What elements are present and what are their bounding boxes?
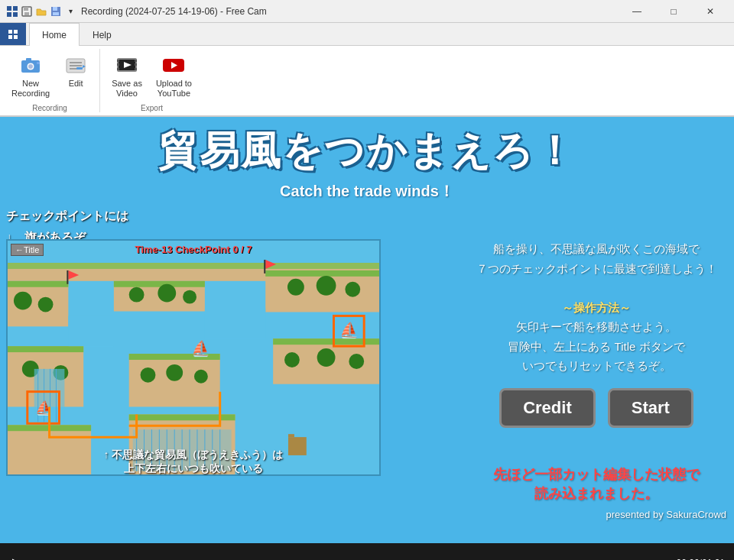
save-as-video-label: Save asVideo bbox=[112, 79, 142, 99]
recording-buttons: NewRecording Edit bbox=[6, 49, 93, 102]
svg-rect-0 bbox=[7, 6, 11, 11]
edit-line2: 読み込まれました。 bbox=[534, 486, 658, 501]
new-recording-button[interactable]: NewRecording bbox=[6, 49, 55, 102]
svg-point-61 bbox=[166, 364, 183, 381]
app-menu-button[interactable] bbox=[0, 23, 26, 45]
map-svg: ⛵ ⛵ ⛵ bbox=[8, 241, 379, 474]
maximize-button[interactable]: □ bbox=[656, 0, 691, 23]
ribbon-group-recording: NewRecording Edit bbox=[0, 49, 100, 112]
svg-rect-17 bbox=[26, 58, 31, 61]
svg-rect-90 bbox=[68, 316, 114, 347]
svg-rect-98 bbox=[288, 435, 294, 438]
svg-point-66 bbox=[317, 348, 336, 367]
recording-group-label: Recording bbox=[6, 102, 93, 112]
folder-icon[interactable] bbox=[35, 5, 47, 18]
game-title: 貿易風をつかまえろ！ bbox=[0, 117, 734, 178]
credit-button[interactable]: Credit bbox=[499, 388, 596, 428]
svg-rect-8 bbox=[53, 7, 57, 11]
new-recording-label: NewRecording bbox=[11, 79, 50, 99]
wind-text2: 上下左右にいつも吹いている bbox=[124, 462, 263, 474]
window-controls: — □ ✕ bbox=[619, 0, 728, 23]
svg-point-65 bbox=[284, 352, 300, 367]
right-panel: 船を操り、不思議な風が吹くこの海域で ７つのチェックポイントに最速で到達しよう！… bbox=[466, 239, 726, 428]
svg-rect-11 bbox=[14, 30, 18, 34]
operation-text2: 冒険中、左上にある Title ボタンで bbox=[466, 337, 726, 357]
svg-point-46 bbox=[129, 287, 145, 303]
svg-rect-1 bbox=[13, 6, 18, 11]
svg-rect-18 bbox=[37, 62, 40, 64]
wind-text1: 不思議な貿易風（ぼうえきふう）は bbox=[112, 448, 283, 461]
svg-point-47 bbox=[158, 284, 176, 303]
svg-rect-3 bbox=[13, 12, 18, 17]
export-buttons: Save asVideo Upload toYouTube bbox=[106, 49, 197, 102]
svg-rect-30 bbox=[135, 60, 137, 62]
wind-arrow: ↑ bbox=[104, 448, 109, 461]
edit-icon bbox=[63, 53, 88, 77]
svg-rect-100 bbox=[67, 270, 68, 284]
svg-point-67 bbox=[349, 354, 364, 369]
save-icon[interactable] bbox=[21, 5, 33, 18]
floppy-icon[interactable] bbox=[50, 5, 62, 18]
game-map: ←Title Time-13 CheckPoint 0 / 7 bbox=[6, 239, 381, 476]
svg-rect-45 bbox=[114, 281, 205, 287]
upload-youtube-label: Upload toYouTube bbox=[156, 79, 192, 99]
tab-help[interactable]: Help bbox=[80, 23, 125, 46]
save-as-video-button[interactable]: Save asVideo bbox=[106, 49, 148, 102]
tab-home[interactable]: Home bbox=[29, 23, 80, 46]
svg-point-48 bbox=[183, 290, 196, 304]
film-icon bbox=[115, 53, 139, 77]
title-bar-icons: ▾ bbox=[6, 5, 76, 18]
pin-icon[interactable]: ▾ bbox=[64, 5, 76, 18]
window-title: Recording (2024-07-25 14-19-06) - Free C… bbox=[81, 6, 267, 17]
close-button[interactable]: ✕ bbox=[693, 0, 728, 23]
svg-rect-32 bbox=[135, 68, 137, 70]
map-timer: Time-13 CheckPoint 0 / 7 bbox=[8, 244, 379, 255]
camera-icon bbox=[18, 53, 43, 77]
svg-rect-39 bbox=[8, 263, 379, 269]
svg-rect-9 bbox=[53, 12, 59, 15]
svg-point-51 bbox=[287, 279, 304, 296]
ribbon-content: NewRecording Edit bbox=[0, 46, 734, 116]
svg-point-53 bbox=[345, 282, 360, 297]
svg-rect-2 bbox=[7, 12, 11, 17]
sakura-credit: presented by SakuraCrowd bbox=[606, 509, 726, 520]
edit-button[interactable]: Edit bbox=[58, 49, 93, 92]
operation-text3: いつでもリセットできるぞ。 bbox=[466, 356, 726, 376]
start-button[interactable]: Start bbox=[608, 388, 693, 428]
svg-rect-12 bbox=[8, 35, 12, 39]
upload-youtube-button[interactable]: Upload toYouTube bbox=[151, 49, 197, 102]
youtube-icon bbox=[161, 53, 186, 77]
svg-point-42 bbox=[14, 292, 32, 310]
svg-text:⛵: ⛵ bbox=[191, 339, 210, 358]
operation-title: ～操作方法～ bbox=[466, 298, 726, 318]
svg-rect-28 bbox=[117, 63, 119, 66]
svg-rect-27 bbox=[117, 60, 119, 62]
svg-rect-41 bbox=[8, 281, 68, 287]
edit-annotation: 先ほど一部カット編集した状態で 読み込まれました。 bbox=[466, 465, 726, 503]
right-text2: ７つのチェックポイントに最速で到達しよう！ bbox=[466, 259, 726, 279]
svg-rect-102 bbox=[264, 260, 265, 274]
svg-rect-29 bbox=[117, 68, 119, 70]
svg-rect-55 bbox=[8, 346, 83, 352]
player-controls: ▶ ⏺ 00:00/01:21 bbox=[0, 543, 734, 560]
app-grid-icon bbox=[6, 5, 18, 18]
game-buttons: Credit Start bbox=[466, 388, 726, 428]
operation-text1: 矢印キーで船を移動させよう。 bbox=[466, 317, 726, 337]
video-area: 貿易風をつかまえろ！ Catch the trade winds！ チェックポイ… bbox=[0, 117, 734, 543]
minimize-button[interactable]: — bbox=[619, 0, 654, 23]
svg-rect-23 bbox=[76, 67, 83, 70]
svg-point-43 bbox=[38, 297, 54, 312]
svg-text:⛵: ⛵ bbox=[339, 322, 359, 340]
wind-annotation: ↑ 不思議な貿易風（ぼうえきふう）は 上下左右にいつも吹いている bbox=[6, 448, 381, 476]
checkpoint-annotation: チェックポイントには bbox=[6, 209, 128, 225]
svg-rect-5 bbox=[24, 7, 28, 11]
ribbon-group-export: Save asVideo Upload toYouTube Export bbox=[100, 49, 203, 112]
svg-rect-31 bbox=[135, 63, 137, 66]
title-bar-left: ▾ Recording (2024-07-25 14-19-06) - Free… bbox=[6, 5, 267, 18]
export-group-label: Export bbox=[106, 102, 197, 112]
svg-rect-10 bbox=[8, 30, 12, 34]
play-button[interactable]: ▶ bbox=[9, 552, 26, 560]
svg-point-62 bbox=[194, 370, 208, 384]
svg-rect-6 bbox=[24, 12, 29, 15]
record-button[interactable]: ⏺ bbox=[34, 554, 50, 560]
